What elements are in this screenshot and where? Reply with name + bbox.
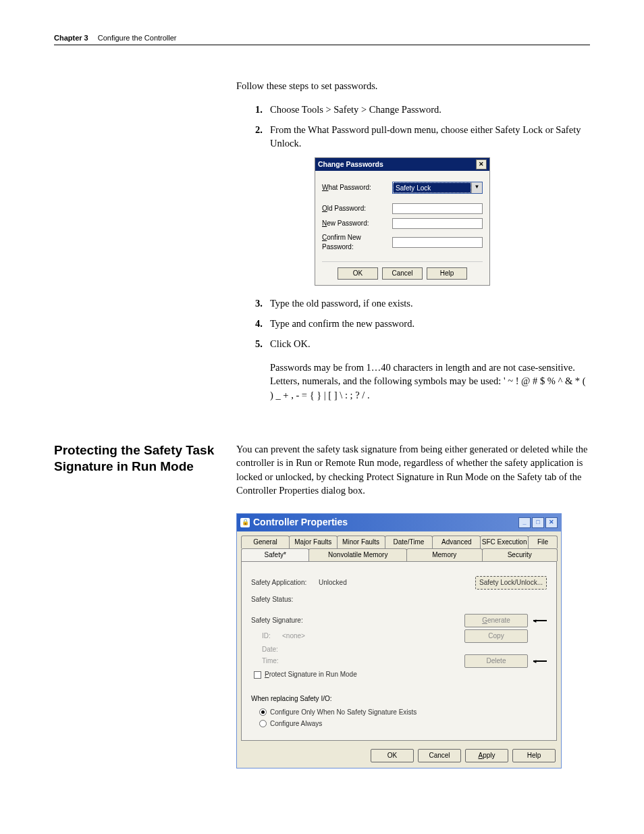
maximize-icon[interactable]: □ (532, 517, 544, 528)
safety-application-label: Safety Application: (251, 578, 319, 588)
generate-button[interactable]: Generate (464, 614, 528, 627)
cancel-button[interactable]: Cancel (418, 749, 461, 762)
help-button[interactable]: Help (512, 749, 556, 762)
dialog-body: What Password: Safety Lock ▼ Old Passwor… (315, 171, 489, 285)
dialog-titlebar: Change Passwords ✕ (315, 158, 489, 171)
password-note: Passwords may be from 1…40 characters in… (270, 361, 590, 402)
tab-advanced[interactable]: Advanced (432, 536, 481, 548)
step-number: 3. (255, 296, 270, 310)
new-password-label: New Password: (322, 219, 392, 228)
running-header: Chapter 3 Configure the Controller (54, 34, 590, 45)
step-1: 1. Choose Tools > Safety > Change Passwo… (236, 103, 590, 116)
tab-memory[interactable]: Memory (406, 548, 482, 561)
ok-button[interactable]: OK (371, 749, 414, 762)
tab-strip: General Major Faults Minor Faults Date/T… (237, 531, 561, 561)
date-label: Date: (262, 645, 547, 654)
tab-file[interactable]: File (528, 536, 558, 548)
step-3: 3. Type the old password, if one exists. (236, 296, 590, 310)
step-text: Choose Tools > Safety > Change Password. (270, 103, 590, 116)
safety-application-value: Unlocked (319, 578, 475, 588)
tab-security[interactable]: Security (482, 548, 558, 561)
step-number: 4. (255, 317, 270, 330)
what-password-dropdown[interactable]: Safety Lock ▼ (392, 182, 483, 194)
tab-safety[interactable]: Safety* (241, 548, 309, 561)
confirm-password-input[interactable] (392, 237, 483, 248)
step-list: 1. Choose Tools > Safety > Change Passwo… (236, 103, 590, 151)
step-number: 5. (255, 337, 270, 350)
tab-sfc-execution[interactable]: SFC Execution (480, 536, 529, 548)
step-2: 2. From the What Password pull-down menu… (236, 123, 590, 151)
safety-status-label: Safety Status: (251, 595, 319, 604)
protect-signature-label: Protect Signature in Run Mode (265, 670, 357, 679)
configure-only-radio[interactable] (259, 708, 267, 716)
minimize-icon[interactable]: _ (518, 517, 531, 528)
step-text: Type the old password, if one exists. (270, 296, 590, 310)
arrow-icon (533, 656, 547, 666)
chevron-down-icon: ▼ (471, 182, 482, 193)
safety-signature-label: Safety Signature: (251, 616, 464, 625)
confirm-password-label: Confirm New Password: (322, 233, 392, 252)
cancel-button[interactable]: Cancel (382, 267, 423, 280)
tab-nonvolatile-memory[interactable]: Nonvolatile Memory (308, 548, 407, 561)
dialog-footer: OK Cancel Apply Help (237, 745, 561, 768)
configure-always-radio[interactable] (259, 720, 267, 727)
configure-always-label: Configure Always (270, 719, 322, 729)
close-icon[interactable]: ✕ (545, 517, 558, 528)
dialog-title: Change Passwords (318, 159, 476, 170)
old-password-label: Old Password: (322, 204, 392, 213)
step-number: 2. (255, 123, 270, 151)
step-4: 4. Type and confirm the new password. (236, 317, 590, 330)
protect-signature-checkbox[interactable] (254, 671, 261, 679)
dialog-titlebar: 🔒 Controller Properties _ □ ✕ (237, 514, 561, 531)
new-password-input[interactable] (392, 218, 483, 229)
help-button[interactable]: Help (427, 267, 467, 280)
chapter-title: Configure the Controller (98, 34, 177, 42)
section: Protecting the Safety Task Signature in … (54, 442, 590, 768)
tab-date-time[interactable]: Date/Time (385, 536, 433, 548)
delete-button[interactable]: Delete (464, 654, 528, 668)
chapter-label: Chapter 3 (54, 34, 88, 42)
dropdown-value: Safety Lock (393, 182, 471, 193)
tab-major-faults[interactable]: Major Faults (289, 536, 338, 548)
ok-button[interactable]: OK (338, 267, 378, 280)
step-5: 5. Click OK. (236, 337, 590, 350)
tab-general[interactable]: General (241, 536, 290, 548)
controller-properties-dialog: 🔒 Controller Properties _ □ ✕ General Ma… (236, 513, 562, 768)
copy-button[interactable]: Copy (464, 629, 528, 643)
intro-text: Follow these steps to set passwords. (236, 79, 590, 93)
safety-lock-unlock-button[interactable]: Safety Lock/Unlock... (475, 576, 547, 590)
configure-only-label: Configure Only When No Safety Signature … (270, 708, 417, 717)
dialog-button-row: OK Cancel Help (322, 261, 483, 280)
section-heading: Protecting the Safety Task Signature in … (54, 442, 236, 768)
apply-button[interactable]: Apply (465, 749, 508, 762)
section-text: You can prevent the safety task signatur… (236, 444, 587, 496)
id-label: ID: (262, 631, 282, 641)
arrow-icon (533, 616, 547, 625)
id-value: <none> (282, 631, 464, 641)
step-text: Type and confirm the new password. (270, 317, 590, 330)
dialog-title: Controller Properties (253, 516, 518, 529)
tab-panel-safety: Safety Application: Unlocked Safety Lock… (241, 561, 557, 741)
close-icon[interactable]: ✕ (476, 159, 487, 170)
tab-minor-faults[interactable]: Minor Faults (337, 536, 385, 548)
change-passwords-dialog: Change Passwords ✕ What Password: Safety… (315, 157, 490, 286)
page: Chapter 3 Configure the Controller Follo… (0, 0, 644, 834)
step-text: Click OK. (270, 337, 590, 350)
app-icon: 🔒 (240, 518, 250, 527)
step-number: 1. (255, 103, 270, 116)
old-password-input[interactable] (392, 203, 483, 214)
what-password-label: What Password: (322, 183, 392, 192)
step-text: From the What Password pull-down menu, c… (270, 123, 590, 151)
section-body: You can prevent the safety task signatur… (236, 442, 590, 768)
time-label: Time: (262, 656, 464, 666)
body-column: Follow these steps to set passwords. 1. … (236, 79, 590, 402)
step-list-continued: 3. Type the old password, if one exists.… (236, 296, 590, 351)
replace-io-header: When replacing Safety I/O: (251, 694, 547, 704)
